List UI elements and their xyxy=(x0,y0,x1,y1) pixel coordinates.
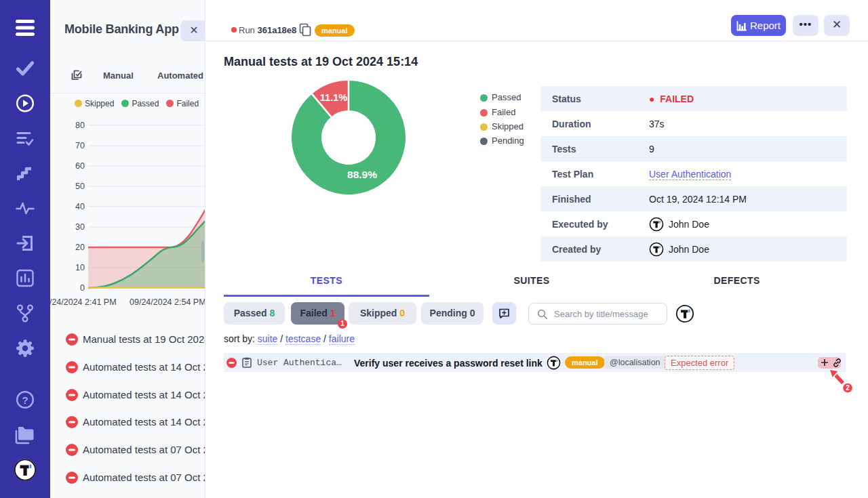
svg-text:11.1%: 11.1% xyxy=(320,92,347,103)
svg-text:88.9%: 88.9% xyxy=(347,169,377,180)
svg-text:?: ? xyxy=(22,394,28,406)
svg-text:2: 2 xyxy=(846,384,850,392)
